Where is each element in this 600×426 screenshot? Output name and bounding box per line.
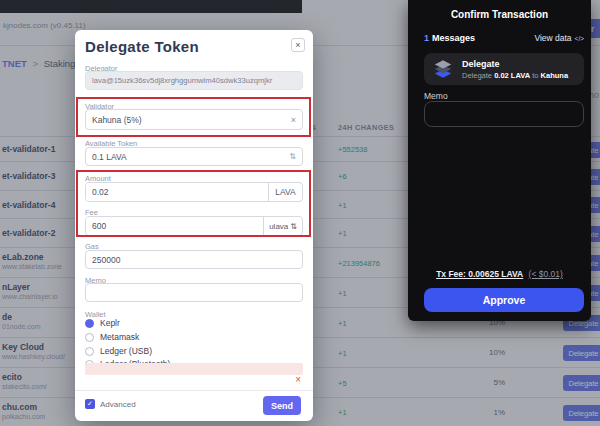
layers-icon: [432, 59, 454, 79]
messages-row: 1 Messages View data </>: [424, 33, 584, 43]
modal-title: Delegate Token: [85, 38, 199, 55]
close-icon[interactable]: ×: [291, 38, 305, 52]
message-texts: Delegate Delegate 0.02 LAVA to Kahuna: [462, 59, 568, 80]
annotation-box-amount-fee: [76, 170, 311, 237]
stepper-icon: ⇅: [289, 152, 296, 161]
wallet-option-metamask[interactable]: Metamask: [85, 332, 139, 342]
tx-fee-line[interactable]: Tx Fee: 0.00625 LAVA (< $0.01): [408, 269, 591, 279]
radio-icon: [85, 333, 94, 342]
view-data-button[interactable]: View data </>: [534, 33, 584, 43]
panel-title: Confirm Transaction: [408, 9, 591, 20]
available-token-select[interactable]: 0.1 LAVA ⇅: [85, 147, 303, 166]
advanced-label: Advanced: [100, 400, 136, 409]
approve-button[interactable]: Approve: [424, 288, 584, 312]
delegator-field: [85, 71, 303, 90]
error-alert-bar: [85, 363, 303, 375]
gas-field[interactable]: [85, 250, 303, 269]
messages-count: 1: [424, 33, 429, 43]
footer-divider: [75, 390, 313, 391]
radio-icon: [85, 347, 94, 356]
available-token-value: 0.1 LAVA: [92, 152, 127, 162]
message-amount: 0.02 LAVA: [494, 71, 530, 80]
panel-memo-field[interactable]: [424, 101, 584, 127]
wallet-confirm-panel: Confirm Transaction 1 Messages View data…: [408, 0, 591, 321]
panel-memo-label: Memo: [424, 91, 448, 101]
messages-label: Messages: [432, 33, 475, 43]
tx-fee-usd: (< $0.01): [529, 269, 563, 279]
checkbox-checked-icon: ✓: [85, 399, 95, 409]
code-icon: </>: [575, 35, 584, 42]
message-type: Delegate: [462, 59, 568, 69]
radio-selected-icon: [85, 319, 94, 328]
screen: kjnodes.com (v0.45.11) Transfer TNET > S…: [0, 0, 600, 426]
message-target: Kahuna: [541, 71, 569, 80]
message-summary: Delegate 0.02 LAVA to Kahuna: [462, 71, 568, 80]
advanced-checkbox[interactable]: ✓ Advanced: [85, 399, 136, 409]
wallet-option-ledger-usb[interactable]: Ledger (USB): [85, 346, 152, 356]
send-button[interactable]: Send: [263, 396, 301, 415]
annotation-box-validator: [76, 97, 311, 137]
memo-field[interactable]: [85, 283, 303, 302]
tx-fee-value: Tx Fee: 0.00625 LAVA: [436, 269, 523, 279]
message-card: Delegate Delegate 0.02 LAVA to Kahuna: [424, 53, 584, 85]
dismiss-alert-icon[interactable]: ×: [295, 374, 301, 385]
wallet-option-keplr[interactable]: Keplr: [85, 318, 120, 328]
